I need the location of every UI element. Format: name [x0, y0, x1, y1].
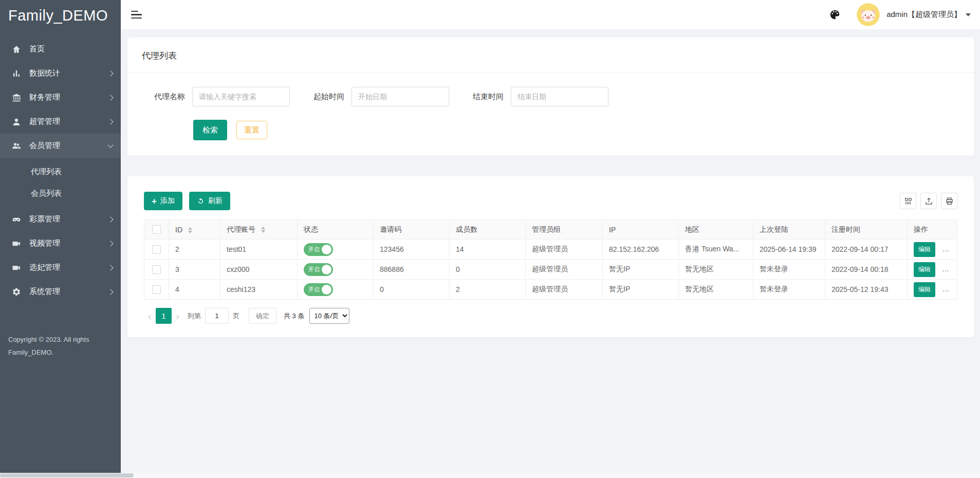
end-time-group: 结束时间 — [473, 87, 608, 106]
reset-button[interactable]: 重置 — [236, 121, 267, 139]
start-date-input[interactable] — [352, 87, 449, 106]
edit-button[interactable]: 编辑 — [914, 282, 935, 297]
table-tools — [900, 193, 957, 209]
gear-icon — [11, 287, 22, 297]
edit-button[interactable]: 编辑 — [914, 262, 935, 277]
refresh-icon — [197, 197, 205, 205]
chevron-down-icon — [107, 142, 113, 148]
delete-button[interactable]: 删除 — [942, 282, 957, 297]
chevron-right-icon — [107, 216, 113, 222]
sort-icon[interactable] — [261, 227, 265, 233]
col-account[interactable]: 代理账号 — [220, 220, 298, 240]
video-icon — [11, 263, 22, 273]
print-icon — [945, 197, 954, 206]
gamepad-icon — [11, 214, 22, 225]
copyright-line2: Family_DEMO. — [8, 346, 113, 359]
col-actions: 操作 — [908, 220, 957, 240]
sidebar-item-home[interactable]: 首页 — [0, 37, 121, 61]
col-members: 成员数 — [450, 220, 526, 240]
goto-page-input[interactable] — [205, 308, 229, 324]
app-root: Family_DEMO 首页 数据统计 财务管理 — [0, 0, 980, 478]
row-checkbox[interactable] — [152, 265, 161, 274]
goto-confirm-button[interactable]: 确定 — [249, 308, 276, 324]
sidebar-menu: 首页 数据统计 财务管理 超管管理 — [0, 37, 121, 304]
agent-name-label: 代理名称 — [154, 92, 185, 102]
sidebar-item-lottery[interactable]: 彩票管理 — [0, 207, 121, 231]
col-id[interactable]: ID — [169, 220, 220, 240]
chevron-right-icon — [107, 119, 113, 124]
delete-button[interactable]: 删除 — [942, 262, 957, 277]
user-menu-label[interactable]: admin【超级管理员】 — [886, 10, 961, 20]
copyright: Copyright © 2023. All rights Family_DEMO… — [0, 334, 121, 359]
scrollbar-thumb[interactable] — [0, 473, 134, 477]
select-all-checkbox[interactable] — [152, 225, 161, 234]
sidebar-item-system[interactable]: 系统管理 — [0, 280, 121, 304]
sort-icon[interactable] — [188, 227, 192, 233]
col-status: 状态 — [298, 220, 374, 240]
page-size-select[interactable]: 10 条/页 — [309, 308, 349, 324]
sidebar-item-finance[interactable]: 财务管理 — [0, 85, 121, 109]
sidebar-item-label: 系统管理 — [29, 287, 108, 297]
sidebar-item-members[interactable]: 会员管理 — [0, 134, 121, 158]
bank-icon — [11, 93, 22, 103]
edit-button[interactable]: 编辑 — [914, 242, 935, 257]
prev-page-icon[interactable]: ‹ — [144, 310, 156, 321]
search-button[interactable]: 检索 — [193, 120, 227, 140]
sidebar-subitem-label: 代理列表 — [31, 167, 62, 177]
chevron-right-icon — [107, 241, 113, 246]
sidebar-item-video[interactable]: 视频管理 — [0, 231, 121, 255]
goto-suffix: 页 — [233, 311, 239, 321]
chevron-right-icon — [107, 265, 113, 270]
theme-palette-icon[interactable] — [828, 8, 841, 22]
status-toggle[interactable]: 开启 — [304, 283, 333, 296]
topbar-right: admin【超级管理员】 — [828, 3, 971, 26]
sidebar-item-concubine[interactable]: 选妃管理 — [0, 255, 121, 280]
refresh-button[interactable]: 刷新 — [189, 192, 230, 210]
menu-toggle-icon[interactable] — [131, 9, 142, 21]
sidebar-item-label: 会员管理 — [29, 141, 108, 151]
page-number[interactable]: 1 — [156, 308, 172, 324]
status-toggle[interactable]: 开启 — [304, 243, 333, 256]
start-time-label: 起始时间 — [313, 92, 344, 102]
content: 代理列表 代理名称 起始时间 结束时间 — [121, 29, 980, 478]
col-invite: 邀请码 — [374, 220, 450, 240]
end-time-label: 结束时间 — [473, 92, 504, 102]
export-icon — [924, 197, 933, 206]
sidebar-item-member-list[interactable]: 会员列表 — [0, 182, 121, 204]
status-toggle[interactable]: 开启 — [304, 263, 333, 276]
add-button[interactable]: + 添加 — [144, 192, 182, 210]
end-date-input[interactable] — [511, 87, 608, 106]
columns-filter-button[interactable] — [900, 193, 916, 209]
print-button[interactable] — [941, 193, 957, 209]
row-checkbox[interactable] — [152, 285, 161, 294]
table-toolbar: + 添加 刷新 — [144, 192, 957, 210]
delete-button[interactable]: 删除 — [942, 242, 957, 257]
agent-name-group: 代理名称 — [154, 87, 290, 106]
video-icon — [11, 238, 22, 249]
horizontal-scrollbar — [0, 473, 980, 478]
chart-icon — [11, 68, 22, 79]
table-card: + 添加 刷新 — [127, 176, 974, 337]
columns-filter-icon — [904, 197, 913, 206]
next-page-icon[interactable]: › — [172, 310, 183, 321]
col-last-login: 上次登陆 — [753, 220, 825, 240]
agent-name-input[interactable] — [192, 87, 290, 106]
app-logo: Family_DEMO — [0, 0, 121, 31]
filter-form: 代理名称 起始时间 结束时间 检索 — [127, 72, 974, 156]
table-header-row: ID 代理账号 状态 邀请码 成员数 管理员组 IP — [144, 220, 957, 240]
sidebar-item-superadmin[interactable]: 超管管理 — [0, 109, 121, 134]
chevron-right-icon — [107, 289, 113, 295]
sidebar-item-label: 超管管理 — [29, 117, 108, 126]
user-menu-caret-icon[interactable] — [966, 13, 971, 16]
sidebar-item-stats[interactable]: 数据统计 — [0, 61, 121, 85]
sidebar-item-agent-list[interactable]: 代理列表 — [0, 161, 121, 182]
main-area: admin【超级管理员】 代理列表 代理名称 起始时间 — [121, 0, 980, 478]
sidebar-submenu-members: 代理列表 会员列表 — [0, 158, 121, 207]
export-button[interactable] — [920, 193, 937, 209]
sidebar-item-label: 视频管理 — [29, 238, 108, 248]
avatar[interactable] — [857, 3, 880, 26]
sidebar-subitem-label: 会员列表 — [31, 189, 62, 198]
row-checkbox[interactable] — [152, 245, 161, 254]
page-title: 代理列表 — [127, 38, 974, 72]
sidebar-item-label: 数据统计 — [29, 68, 108, 78]
